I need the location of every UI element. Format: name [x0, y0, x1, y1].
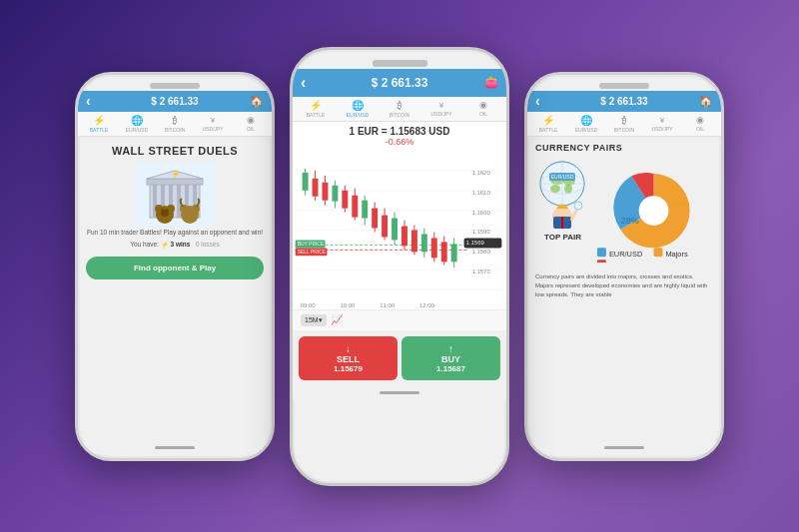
svg-rect-56: [372, 208, 378, 228]
tab-battle-right[interactable]: ⚡ BATTLE: [529, 115, 567, 133]
wsd-stats: You have: ⚡ 3 wins 0 losses: [130, 241, 219, 249]
svg-rect-101: [597, 260, 606, 263]
svg-rect-62: [401, 226, 407, 246]
svg-text:1.1620: 1.1620: [472, 169, 491, 175]
balance-right: $ 2 661.33: [600, 96, 647, 107]
phone-center: ‹ $ 2 661.33 👛 ⚡ BATTLE 🌐 EUR/USD ₿ BITC…: [290, 47, 509, 486]
play-button[interactable]: Find opponent & Play: [86, 257, 264, 279]
back-icon-left[interactable]: ‹: [86, 93, 91, 109]
tab-bitcoin-center[interactable]: ₿ BITCOIN: [379, 100, 420, 118]
svg-text:1.1600: 1.1600: [472, 209, 491, 215]
chart-price-info: 1 EUR = 1.15683 USD -0.66%: [293, 122, 506, 151]
svg-text:EUR/USD: EUR/USD: [609, 250, 642, 259]
svg-text:1.1610: 1.1610: [472, 189, 491, 195]
svg-rect-97: [597, 248, 606, 257]
nav-tabs-right: ⚡ BATTLE 🌐 EUR/USD ₿ BITCOIN ¥ USD/JPY ◉: [527, 112, 721, 137]
wsd-title: WALL STREET DUELS: [112, 145, 238, 157]
phone-center-speaker: [373, 60, 427, 67]
tab-usdjpy-center[interactable]: ¥ USD/JPY: [420, 101, 462, 117]
svg-text:BUY PRICE: BUY PRICE: [298, 242, 325, 247]
chart-type-icon[interactable]: 📈: [331, 314, 343, 325]
tab-usdjpy-right[interactable]: ¥ USD/JPY: [643, 116, 681, 132]
svg-text:SELL PRICE: SELL PRICE: [298, 250, 327, 255]
back-icon-center[interactable]: ‹: [301, 74, 306, 92]
svg-rect-60: [392, 218, 398, 240]
svg-rect-52: [352, 195, 358, 217]
svg-text:1.1569: 1.1569: [466, 240, 485, 246]
svg-rect-48: [332, 185, 338, 201]
tab-eurusd-center[interactable]: 🌐 EUR/USD: [337, 100, 379, 118]
svg-point-18: [192, 205, 200, 213]
phone-center-header: ‹ $ 2 661.33 👛: [293, 69, 506, 97]
balance-center: $ 2 661.33: [372, 76, 428, 90]
svg-text:1.1580: 1.1580: [472, 249, 491, 255]
chart-controls: 15M▾ 📈: [293, 310, 506, 330]
svg-rect-46: [322, 182, 328, 200]
svg-rect-66: [421, 234, 427, 252]
tab-oil-left[interactable]: ◉ OIL: [232, 115, 270, 132]
rate-change: -0.66%: [301, 137, 498, 147]
timeframe-select[interactable]: 15M▾: [301, 314, 327, 326]
tab-battle-center[interactable]: ⚡ BATTLE: [295, 100, 337, 118]
candlestick-chart[interactable]: 1.1620 1.1610 1.1600 1.1590 1.1580 1.157…: [293, 151, 506, 310]
wallet-icon-left[interactable]: 🏠: [250, 95, 264, 108]
phone-left: ‹ $ 2 661.33 🏠 ⚡ BATTLE 🌐 EUR/USD ₿ BITC…: [75, 72, 275, 461]
wallet-icon-center[interactable]: 👛: [484, 76, 498, 89]
balance-left: $ 2 661.33: [151, 96, 198, 107]
svg-text:70%: 70%: [671, 198, 689, 208]
rate-display: 1 EUR = 1.15683 USD: [301, 126, 498, 137]
tab-bitcoin-left[interactable]: ₿ BITCOIN: [156, 115, 194, 133]
svg-rect-58: [382, 215, 388, 237]
svg-rect-68: [431, 238, 437, 258]
svg-point-82: [564, 184, 572, 194]
globe-figure: EUR/USD TO: [535, 159, 590, 242]
sell-button[interactable]: ↓ SELL 1.15679: [299, 336, 398, 380]
svg-text:12:00: 12:00: [419, 302, 435, 308]
tab-usdjpy-left[interactable]: ¥ USD/JPY: [194, 116, 232, 132]
wsd-description: Fun 10 min trader Battles! Play against …: [87, 228, 263, 237]
svg-rect-99: [654, 248, 663, 257]
tab-bitcoin-right[interactable]: ₿ BITCOIN: [605, 115, 643, 133]
svg-rect-54: [362, 200, 368, 218]
svg-text:⚡: ⚡: [171, 169, 181, 179]
phone-left-header: ‹ $ 2 661.33 🏠: [78, 91, 272, 112]
buy-button[interactable]: ↑ BUY 1.15687: [401, 336, 500, 380]
left-phone-content: WALL STREET DUELS: [78, 137, 272, 442]
svg-point-17: [180, 205, 188, 213]
svg-point-93: [574, 202, 582, 210]
tab-oil-center[interactable]: ◉ OIL: [462, 100, 504, 117]
tab-battle-left[interactable]: ⚡ BATTLE: [80, 115, 118, 133]
pie-chart-area: 70% 28% EUR/USD Majors Others: [594, 159, 713, 266]
svg-text:09:00: 09:00: [301, 302, 317, 308]
phone-right-speaker: [599, 83, 649, 89]
wsd-illustration: ⚡: [135, 163, 215, 228]
tab-eurusd-right[interactable]: 🌐 EUR/USD: [567, 115, 605, 133]
svg-text:Majors: Majors: [665, 250, 688, 259]
svg-point-15: [161, 211, 169, 217]
nav-tabs-center: ⚡ BATTLE 🌐 EUR/USD ₿ BITCOIN ¥ USD/JPY ◉: [293, 97, 506, 122]
phone-right: ‹ $ 2 661.33 🏠 ⚡ BATTLE 🌐 EUR/USD ₿ BITC…: [524, 72, 724, 461]
svg-rect-8: [147, 179, 203, 185]
back-icon-right[interactable]: ‹: [535, 93, 540, 109]
tab-eurusd-left[interactable]: 🌐 EUR/USD: [118, 115, 156, 133]
top-pair-label: TOP PAIR: [535, 233, 590, 242]
currency-description: Currency pairs are divided into majors, …: [535, 272, 713, 299]
svg-text:10:00: 10:00: [340, 302, 356, 308]
svg-text:EUR/USD: EUR/USD: [551, 174, 574, 180]
svg-text:1.1570: 1.1570: [472, 268, 491, 274]
wallet-icon-right[interactable]: 🏠: [699, 95, 713, 108]
svg-rect-44: [313, 178, 319, 196]
svg-rect-72: [451, 244, 457, 262]
svg-point-81: [550, 185, 560, 193]
svg-line-92: [571, 209, 577, 221]
tab-oil-right[interactable]: ◉ OIL: [681, 115, 719, 132]
currency-pairs-title: CURRENCY PAIRS: [535, 143, 713, 153]
phones-container: ‹ $ 2 661.33 🏠 ⚡ BATTLE 🌐 EUR/USD ₿ BITC…: [20, 17, 779, 516]
svg-rect-42: [303, 172, 309, 190]
svg-rect-50: [342, 190, 348, 208]
trade-buttons: ↓ SELL 1.15679 ↑ BUY 1.15687: [293, 330, 506, 386]
svg-text:Others: Others: [609, 262, 632, 263]
svg-text:1.1590: 1.1590: [472, 229, 491, 235]
svg-rect-70: [441, 242, 447, 262]
svg-point-94: [639, 196, 669, 226]
